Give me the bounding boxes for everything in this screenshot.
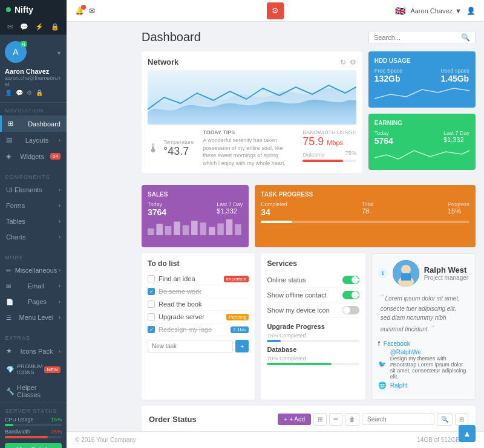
- edit-button[interactable]: ✏: [329, 413, 342, 426]
- cpu-progress-row: CPU Usage 15%: [5, 417, 62, 426]
- network-chart: [148, 70, 356, 125]
- settings-icon[interactable]: ⚙: [350, 58, 356, 67]
- sidebar-item-helper[interactable]: 🔧 Helper Classes: [0, 380, 67, 403]
- sidebar-item-email[interactable]: ✉ Email ›: [0, 278, 67, 294]
- svg-rect-9: [226, 219, 232, 235]
- upgrade-pct-label: 15% Completed: [267, 333, 359, 339]
- order-search-input[interactable]: [362, 414, 434, 425]
- site-label[interactable]: Ralpht: [390, 382, 408, 389]
- user-icon-person[interactable]: 👤: [5, 89, 12, 96]
- add-order-button[interactable]: + + Add: [278, 414, 311, 425]
- todo-checkbox-3[interactable]: [148, 313, 155, 320]
- svg-rect-10: [235, 224, 241, 235]
- facebook-label[interactable]: Facebook: [384, 340, 410, 347]
- service-toggle-1[interactable]: [342, 291, 359, 299]
- sidebar-item-label: Dashboard: [28, 120, 60, 128]
- db-title: Database: [267, 346, 359, 353]
- sidebar-item-charts[interactable]: Charts ›: [0, 229, 67, 245]
- topnav-username: Aaron Chavez: [410, 7, 453, 15]
- site-item: 🌐 Ralpht: [378, 381, 469, 389]
- svg-point-12: [401, 265, 411, 274]
- progress-pct: 15%: [448, 207, 469, 215]
- logo-dot: [6, 7, 11, 12]
- task-values: Completed 34 Total 78 Progress 15%: [261, 201, 469, 217]
- scroll-to-top[interactable]: ▲: [459, 425, 476, 442]
- order-header: Order Status + + Add ⊞ ✏ 🗑 🔍 ⊞: [149, 413, 468, 426]
- sidebar-item-icons[interactable]: ★ Icons Pack ›: [0, 343, 67, 359]
- new-task-button[interactable]: +: [235, 340, 249, 352]
- sidebar-item-layouts[interactable]: ▤ Layouts ›: [0, 132, 67, 148]
- sidebar-item-label: Widgets: [20, 153, 44, 160]
- sidebar-item-tables[interactable]: Tables ›: [0, 213, 67, 229]
- sidebar-icon-chat[interactable]: 💬: [18, 22, 31, 32]
- user-menu-arrow[interactable]: ▼: [455, 7, 462, 15]
- sidebar-item-widgets[interactable]: ◈ Widgets 04: [0, 148, 67, 164]
- gear-icon-top[interactable]: ⚙: [267, 2, 284, 19]
- main-content: Dashboard 🔍 Network ↻ ⚙: [133, 22, 484, 448]
- search-box[interactable]: 🔍: [368, 31, 476, 44]
- sidebar-item-label: Email: [28, 282, 45, 290]
- filter-button[interactable]: ⊞: [455, 413, 468, 426]
- sales-task-row: Sales Today 3764 Last 7 Day $1,332: [142, 185, 476, 247]
- user-email: aaron.cha@themeon.net: [5, 75, 62, 87]
- user-icon-chat[interactable]: 💬: [16, 89, 23, 96]
- notification-bell[interactable]: 🔔: [75, 7, 84, 15]
- todo-checkbox-2[interactable]: [148, 300, 155, 308]
- view-details-button[interactable]: View Details: [5, 443, 62, 448]
- delete-button[interactable]: 🗑: [345, 413, 359, 426]
- sidebar-arrow[interactable]: ▼: [56, 50, 62, 56]
- svg-rect-8: [217, 224, 223, 236]
- search-input[interactable]: [374, 34, 459, 41]
- sidebar-item-menu[interactable]: ☰ Menu Level ›: [0, 310, 67, 325]
- sidebar-item-label: Helper Classes: [17, 384, 60, 398]
- service-toggle-0[interactable]: [342, 276, 359, 284]
- sidebar-item-forms[interactable]: Forms ›: [0, 198, 67, 213]
- todo-checkbox-4[interactable]: ✓: [148, 326, 155, 333]
- thermometer-icon: 🌡: [148, 141, 160, 155]
- cpu-label: CPU Usage: [5, 417, 34, 423]
- sidebar-item-premium[interactable]: 💎 PREMIUM ICONS NEW: [0, 359, 67, 380]
- user-icon-settings[interactable]: ⚙: [27, 89, 32, 96]
- sidebar-item-misc[interactable]: ✏ Miscellaneous ›: [0, 262, 67, 278]
- copy-button[interactable]: ⊞: [313, 413, 327, 426]
- search-order-button[interactable]: 🔍: [437, 413, 453, 426]
- db-bar: [267, 363, 332, 365]
- sales-today-label: Today: [148, 201, 166, 207]
- sidebar-item-pages[interactable]: 📄 Pages ›: [0, 294, 67, 310]
- sidebar-icon-lock[interactable]: 🔒: [48, 22, 62, 32]
- user-name: Aaron Chavez: [5, 68, 62, 75]
- sidebar-item-dashboard[interactable]: ⊞ Dashboard: [0, 115, 67, 132]
- service-label-2: Show my device icon: [267, 307, 329, 314]
- sales-title: Sales: [148, 191, 243, 198]
- sidebar-item-ui[interactable]: UI Elements ›: [0, 182, 67, 198]
- twitter-handle[interactable]: @RalphWe: [390, 349, 469, 355]
- task-total: Total 78: [362, 201, 373, 217]
- refresh-icon[interactable]: ↻: [340, 58, 346, 67]
- todo-checkbox-1[interactable]: ✓: [148, 288, 155, 295]
- task-completed: Completed 34: [261, 201, 287, 217]
- topnav-user: Aaron Chavez ▼: [410, 7, 462, 15]
- cpu-bar: [5, 424, 13, 426]
- task-progress-bar: [261, 221, 469, 223]
- new-task-input[interactable]: [148, 340, 233, 352]
- network-title: Network: [148, 57, 178, 67]
- sales-today: Today 3764: [148, 201, 166, 217]
- sidebar-item-label: PREMIUM ICONS: [17, 363, 44, 375]
- service-item-0: Online status: [267, 273, 359, 288]
- services-title: Services: [267, 259, 359, 268]
- user-icon-lock2[interactable]: 🔒: [36, 89, 43, 96]
- sidebar-logo: Nifty: [0, 0, 67, 19]
- plus-icon: +: [284, 416, 287, 423]
- user-avatar: A N: [5, 41, 27, 63]
- sidebar-icon-bolt[interactable]: ⚡: [33, 22, 46, 32]
- todo-checkbox-0[interactable]: [148, 275, 155, 282]
- message-icon[interactable]: ✉: [89, 7, 95, 15]
- task-widget: Task Progress Completed 34 Total 78 Prog…: [255, 185, 476, 247]
- cpu-value: 15%: [51, 417, 62, 423]
- service-toggle-2[interactable]: [342, 306, 359, 314]
- sidebar-icon-message[interactable]: ✉: [5, 22, 15, 32]
- tips-stat: Today Tips A wonderful serenity has take…: [203, 129, 293, 167]
- sales-last7: Last 7 Day $1,332: [217, 201, 243, 217]
- service-item-2: Show my device icon: [267, 303, 359, 318]
- user-icon[interactable]: 👤: [466, 7, 476, 15]
